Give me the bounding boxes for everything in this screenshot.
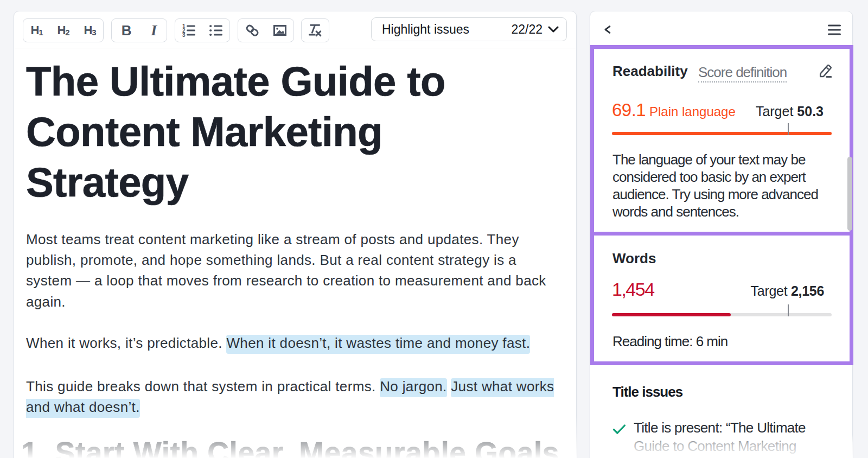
svg-text:3: 3 [182,32,186,37]
